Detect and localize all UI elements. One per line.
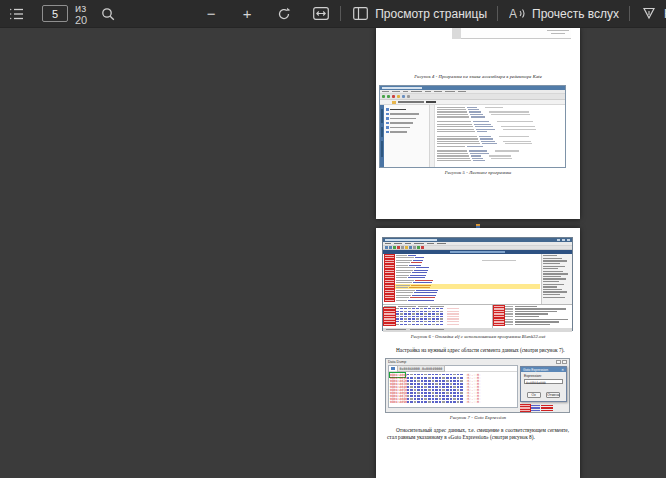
zoom-in-button[interactable]: + xyxy=(239,5,255,22)
hex-row-address: 0804:A090 xyxy=(390,400,405,404)
goto-expression-dialog: Goto Expression ✕ Expression: 0x0804a000… xyxy=(520,366,567,402)
goto-dialog-title: Goto Expression xyxy=(523,368,548,372)
pdf-page-5: Рисунок 6 - Отладка elf с использованием… xyxy=(376,228,580,478)
read-aloud-button[interactable]: A Прочесть вслух xyxy=(508,5,619,23)
toolbar-separator xyxy=(629,6,630,21)
expression-input[interactable]: 0x0804a000 xyxy=(524,379,563,384)
page-count-label: из 20 xyxy=(75,2,87,26)
pdf-toolbar: из 20 − + Просмотр страницы A Прочесть в… xyxy=(0,0,666,28)
read-aloud-label: Прочесть вслух xyxy=(532,7,619,21)
table-of-contents-icon[interactable] xyxy=(8,5,26,23)
figure5-screenshot-program-listing xyxy=(379,85,566,168)
figure6-disassembly-panel xyxy=(383,254,542,304)
figure4-screenshot-bottom-fragment xyxy=(452,28,571,39)
figure6-registers-panel xyxy=(542,254,572,304)
figure5-caption: Рисунок 5 - Листинг программы xyxy=(376,170,580,175)
cancel-button[interactable]: Отмена xyxy=(546,392,560,398)
page-number-input[interactable] xyxy=(42,5,68,22)
rotate-icon[interactable] xyxy=(275,5,293,23)
figure7-hexdump-window: 0x08048000-0x08049000 0804:A000·K·.··H·0… xyxy=(388,365,518,408)
figure7-background-rows-fragment xyxy=(520,404,567,412)
figure6-statusbar xyxy=(383,328,572,332)
svg-text:A: A xyxy=(509,7,517,20)
page-view-button[interactable]: Просмотр страницы xyxy=(351,5,487,23)
figure4-caption: Рисунок 4 - Программа на языке ассемблер… xyxy=(376,74,580,79)
region-icon xyxy=(391,367,395,371)
figure6-stack-panel xyxy=(493,305,572,329)
draw-button[interactable]: Нарисовать xyxy=(640,5,666,23)
ok-button[interactable]: Ок xyxy=(527,392,541,398)
toolbar-separator xyxy=(340,6,341,21)
figure4-scrollbar-fragment xyxy=(452,28,461,39)
document-viewport[interactable]: Рисунок 4 - Программа на языке ассемблер… xyxy=(0,28,666,478)
paragraph-goto-setup: Настройка на нужный адрес области сегмен… xyxy=(376,347,580,354)
figure5-code-rows xyxy=(435,105,565,167)
read-aloud-icon: A xyxy=(508,5,526,23)
page-view-label: Просмотр страницы xyxy=(375,7,487,21)
figure7-hex-rows: 0804:A000·K·.··H·0804:A010·K·.··H·0804:A… xyxy=(389,372,517,405)
figure5-symbols-panel xyxy=(384,105,430,167)
memory-region-tab[interactable]: 0x08048000-0x08049000 xyxy=(397,365,446,372)
search-icon[interactable] xyxy=(99,5,117,23)
dump-control-button[interactable] xyxy=(556,360,561,364)
dialog-close-icon[interactable]: ✕ xyxy=(561,368,564,372)
folder-icon xyxy=(392,101,396,104)
figure6-hexdump-panel xyxy=(383,305,493,329)
fit-to-width-icon[interactable] xyxy=(312,5,330,23)
zoom-out-button[interactable]: − xyxy=(203,5,219,22)
goto-dialog-titlebar: Goto Expression ✕ xyxy=(521,367,566,372)
figure5-side-strip xyxy=(380,105,384,167)
draw-pen-icon xyxy=(640,5,658,23)
paragraph-relative-address: Относительный адрес данных, т.е. смещени… xyxy=(376,427,580,441)
pdf-page-4: Рисунок 4 - Программа на языке ассемблер… xyxy=(376,28,580,219)
figure6-caption: Рисунок 6 - Отладка elf с использованием… xyxy=(376,334,580,339)
figure6-screenshot-debugger xyxy=(382,237,573,331)
page-view-icon xyxy=(351,5,369,23)
dump-close-button[interactable] xyxy=(562,360,567,364)
data-dump-title: Data Dump xyxy=(388,360,406,364)
figure7-screenshot-data-dump: Data Dump 0x08048000-0x08049000 0804:A00… xyxy=(385,358,570,413)
toolbar-separator xyxy=(497,6,498,21)
figure7-caption: Рисунок 7 - Goto Expression xyxy=(376,415,580,420)
expression-label: Expression: xyxy=(524,374,566,378)
